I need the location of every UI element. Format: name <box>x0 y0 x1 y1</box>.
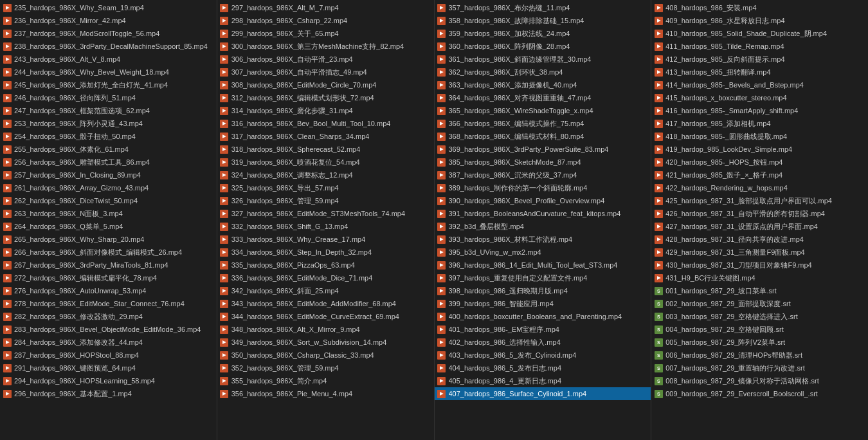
list-item[interactable]: ▶335_hardops_986X_PizzaOps_63.mp4 <box>217 259 434 271</box>
list-item[interactable]: ▶422_hardops_Rendering_w_hops.mp4 <box>651 181 868 194</box>
list-item[interactable]: ▶247_hardops_986X_框架范围选项_62.mp4 <box>0 104 217 117</box>
list-item[interactable]: ▶409_hardops_986_水星释放日志.mp4 <box>651 14 868 27</box>
list-item[interactable]: ▶349_hardops_986X_Sort_w_Subdivision_14.… <box>217 336 434 349</box>
list-item[interactable]: S006_hardops_987_29_清理HOPs帮助器.srt <box>651 349 868 362</box>
list-item[interactable]: ▶400_hardops_boxcutter_Booleans_and_Pare… <box>435 310 651 323</box>
list-item[interactable]: ▶425_hardops_987_31_脸部提取点用户界面可以.mp4 <box>651 194 868 207</box>
list-item[interactable]: ▶426_hardops_987_31_自动平滑的所有切割器.mp4 <box>651 207 868 220</box>
list-item[interactable]: ▶243_hardops_986X_Alt_V_8.mp4 <box>0 53 217 66</box>
list-item[interactable]: ▶255_hardops_986X_体素化_61.mp4 <box>0 143 217 156</box>
list-item[interactable]: ▶416_hardops_985-_SmartApply_shift.mp4 <box>651 104 868 117</box>
list-item[interactable]: ▶392_b3d_叠层模型.mp4 <box>435 220 651 233</box>
list-item[interactable]: S007_hardops_987_29_重置轴的行为改进.srt <box>651 362 868 374</box>
list-item[interactable]: ▶361_hardops_986X_斜面边缘管理器_30.mp4 <box>435 53 651 66</box>
list-item[interactable]: ▶355_hardops_986X_简介.mp4 <box>217 374 434 387</box>
list-item[interactable]: ▶262_hardops_986X_DiceTwist_50.mp4 <box>0 194 217 207</box>
list-item[interactable]: ▶385_hardops_986X_SketchMode_87.mp4 <box>435 156 651 169</box>
list-item[interactable]: ▶278_hardops_986X_EditMode_Star_Connect_… <box>0 297 217 310</box>
list-item[interactable]: ▶324_hardops_986X_调整标志_12.mp4 <box>217 169 434 181</box>
list-item[interactable]: ▶236_hardops_986X_Mirror_42.mp4 <box>0 14 217 27</box>
list-item[interactable]: ▶387_hardops_986X_沉米的父级_37.mp4 <box>435 169 651 181</box>
list-item[interactable]: S009_hardops_987_29_Everscroll_Boolscrol… <box>651 387 868 400</box>
list-item[interactable]: ▶362_hardops_986X_刮环状_38.mp4 <box>435 66 651 78</box>
list-item[interactable]: ▶428_hardops_987_31_径向共享的改进.mp4 <box>651 233 868 246</box>
list-item[interactable]: ▶350_hardops_986X_Csharp_Classic_33.mp4 <box>217 349 434 362</box>
list-item[interactable]: ▶412_hardops_985_反向斜面提示.mp4 <box>651 53 868 66</box>
list-item[interactable]: ▶389_hardops_制作你的第一个斜面轮廓.mp4 <box>435 181 651 194</box>
list-item[interactable]: ▶256_hardops_986X_雕塑模式工具_86.mp4 <box>0 156 217 169</box>
list-item[interactable]: S001_hardops_987_29_坡口菜单.srt <box>651 284 868 297</box>
list-item[interactable]: ▶316_hardops_986X_Bev_Bool_Multi_Tool_10… <box>217 117 434 130</box>
list-item[interactable]: ▶253_hardops_986X_阵列小灵通_43.mp4 <box>0 117 217 130</box>
list-item[interactable]: ▶319_hardops_986X_喷酒花复位_54.mp4 <box>217 156 434 169</box>
list-item[interactable]: ▶237_hardops_986X_ModScrollToggle_56.mp4 <box>0 27 217 40</box>
list-item[interactable]: ▶307_hardops_986X_自动平滑插志_49.mp4 <box>217 66 434 78</box>
list-item[interactable]: ▶365_hardops_986X_WireShadeToggle_x.mp4 <box>435 104 651 117</box>
list-item[interactable]: ▶418_hardops_985-_圆形曲线提取.mp4 <box>651 130 868 143</box>
list-item[interactable]: ▶264_hardops_986X_Q菜单_5.mp4 <box>0 220 217 233</box>
list-item[interactable]: ▶348_hardops_986X_Alt_X_Mirror_9.mp4 <box>217 323 434 336</box>
list-item[interactable]: ▶393_hardops_986X_材料工作流程.mp4 <box>435 233 651 246</box>
list-item[interactable]: ▶282_hardops_986X_修改器激动_29.mp4 <box>0 310 217 323</box>
list-item[interactable]: ▶336_hardops_986X_EditMode_Dice_71.mp4 <box>217 271 434 284</box>
list-item[interactable]: ▶358_hardops_986X_故障排除基础_15.mp4 <box>435 14 651 27</box>
list-item[interactable]: ▶404_hardops_986_5_发布日志.mp4 <box>435 362 651 374</box>
list-item[interactable]: ▶363_hardops_986X_添加摄像机_40.mp4 <box>435 78 651 91</box>
list-item[interactable]: ▶314_hardops_986X_磨化步骤_31.mp4 <box>217 104 434 117</box>
list-item[interactable]: ▶312_hardops_986X_编辑模式划形状_72.mp4 <box>217 91 434 104</box>
list-item[interactable]: ▶414_hardops_985-_Bevels_and_Bstep.mp4 <box>651 78 868 91</box>
list-item[interactable]: ▶317_hardops_986X_Clean_Sharps_34.mp4 <box>217 130 434 143</box>
list-item[interactable]: ▶413_hardops_985_扭转翻译.mp4 <box>651 66 868 78</box>
list-item[interactable]: ▶420_hardops_985-_HOPS_按钮.mp4 <box>651 156 868 169</box>
list-item[interactable]: ▶429_hardops_987_31_三角测量F9面板.mp4 <box>651 246 868 259</box>
list-item[interactable]: ▶415_hardops_x_boxcutter_stereo.mp4 <box>651 91 868 104</box>
list-item[interactable]: ▶245_hardops_986X_添加灯光_全白灯光_41.mp4 <box>0 78 217 91</box>
list-item[interactable]: ▶284_hardops_986X_添加修改器_44.mp4 <box>0 336 217 349</box>
list-item[interactable]: ▶326_hardops_986X_管理_59.mp4 <box>217 194 434 207</box>
list-item[interactable]: ▶344_hardops_986X_EditMode_CurveExtract_… <box>217 310 434 323</box>
list-item[interactable]: ▶403_hardops_986_5_发布_Cylinoid.mp4 <box>435 349 651 362</box>
list-item[interactable]: ▶254_hardops_986X_骰子扭动_50.mp4 <box>0 130 217 143</box>
list-item[interactable]: ▶356_hardops_986X_Pie_Menu_4.mp4 <box>217 387 434 400</box>
list-item[interactable]: ▶369_hardops_986X_3rdParty_PowerSuite_83… <box>435 143 651 156</box>
list-item[interactable]: S002_hardops_987_29_面部提取深度.srt <box>651 297 868 310</box>
list-item[interactable]: ▶410_hardops_985_Solid_Shade_Duplicate_阴… <box>651 27 868 40</box>
list-item[interactable]: ▶391_hardops_BooleansAndCurvature_feat_k… <box>435 207 651 220</box>
list-item[interactable]: ▶287_hardops_986X_HOPStool_88.mp4 <box>0 349 217 362</box>
list-item[interactable]: ▶368_hardops_986X_编辑模式材料_80.mp4 <box>435 130 651 143</box>
list-item[interactable]: ▶417_hardops_985_添加相机.mp4 <box>651 117 868 130</box>
list-item[interactable]: S003_hardops_987_29_空格键选择进入.srt <box>651 310 868 323</box>
list-item[interactable]: ▶235_hardops_986X_Why_Seam_19.mp4 <box>0 1 217 14</box>
list-item[interactable]: ▶395_b3d_UVing_w_mx2.mp4 <box>435 246 651 259</box>
list-item[interactable]: ▶352_hardops_986X_管理_59.mp4 <box>217 362 434 374</box>
list-item[interactable]: ▶257_hardops_986X_In_Closing_89.mp4 <box>0 169 217 181</box>
list-item[interactable]: ▶402_hardops_986_选择性输入.mp4 <box>435 336 651 349</box>
list-item[interactable]: ▶334_hardops_986X_Step_In_Depth_32.mp4 <box>217 246 434 259</box>
list-item[interactable]: ▶408_hardops_986_安装.mp4 <box>651 1 868 14</box>
list-item[interactable]: S008_hardops_987_29_镜像只对称于活动网格.srt <box>651 374 868 387</box>
list-item[interactable]: ▶342_hardops_986X_斜面_25.mp4 <box>217 284 434 297</box>
list-item[interactable]: ▶238_hardops_986X_3rdParty_DecalMachineS… <box>0 40 217 53</box>
list-item[interactable]: ▶357_hardops_986X_布尔热缝_11.mp4 <box>435 1 651 14</box>
list-item[interactable]: ▶430_hardops_987_31_刀型项目对象轴F9.mp4 <box>651 259 868 271</box>
list-item[interactable]: ▶263_hardops_986X_N面板_3.mp4 <box>0 207 217 220</box>
list-item[interactable]: ▶306_hardops_986X_自动平滑_23.mp4 <box>217 53 434 66</box>
list-item[interactable]: ▶343_hardops_986X_EditMode_AddModifier_6… <box>217 297 434 310</box>
list-item[interactable]: ▶299_hardops_986X_关于_65.mp4 <box>217 27 434 40</box>
list-item[interactable]: ▶325_hardops_986X_导出_57.mp4 <box>217 181 434 194</box>
list-item[interactable]: ▶244_hardops_986X_Why_Bevel_Weight_18.mp… <box>0 66 217 78</box>
list-item[interactable]: ▶283_hardops_986X_Bevel_ObjectMode_EditM… <box>0 323 217 336</box>
list-item[interactable]: ▶297_hardops_986X_Alt_M_7.mp4 <box>217 1 434 14</box>
list-item[interactable]: ▶396_hardops_986_14_Edit_Multi_Tool_feat… <box>435 259 651 271</box>
list-item[interactable]: ▶411_hardops_985_Tilde_Remap.mp4 <box>651 40 868 53</box>
list-item[interactable]: ▶266_hardops_986X_斜面对像模式_编辑模式_26.mp4 <box>0 246 217 259</box>
list-item[interactable]: ▶366_hardops_986X_编辑模式操作_75.mp4 <box>435 117 651 130</box>
list-item[interactable]: ▶276_hardops_986X_AutoUnwrap_53.mp4 <box>0 284 217 297</box>
list-item[interactable]: ▶401_hardops_986-_EM宝程序.mp4 <box>435 323 651 336</box>
list-item[interactable]: ▶267_hardops_986X_3rdParty_MiraTools_81.… <box>0 259 217 271</box>
list-item[interactable]: ▶360_hardops_986X_阵列阴像_28.mp4 <box>435 40 651 53</box>
list-item[interactable]: ▶272_hardops_986X_编辑模式扁平化_78.mp4 <box>0 271 217 284</box>
list-item[interactable]: ▶333_hardops_986X_Why_Crease_17.mp4 <box>217 233 434 246</box>
list-item[interactable]: ▶308_hardops_986X_EditMode_Circle_70.mp4 <box>217 78 434 91</box>
list-item[interactable]: ▶399_hardops_986_智能应用.mp4 <box>435 297 651 310</box>
